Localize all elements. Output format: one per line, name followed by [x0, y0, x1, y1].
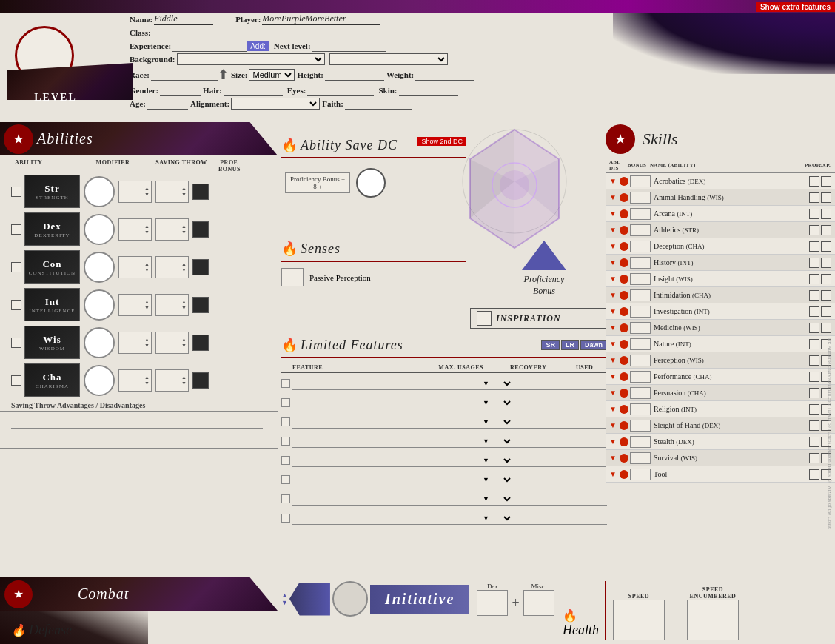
lf-recovery-8[interactable]: ▼ — [480, 511, 513, 525]
skill-prof-cb-11[interactable] — [809, 355, 819, 366]
skin-input[interactable] — [399, 84, 458, 96]
int-mod-box[interactable]: ▲▼ — [118, 294, 152, 316]
lf-feature-4[interactable] — [292, 435, 386, 448]
lf-cb-3[interactable] — [281, 417, 290, 426]
wis-checkbox[interactable] — [11, 338, 21, 348]
lf-used-5[interactable] — [513, 454, 607, 467]
lf-used-7[interactable] — [513, 492, 607, 506]
lf-cb-4[interactable] — [281, 437, 290, 446]
cha-input[interactable] — [84, 366, 114, 395]
weight-input[interactable] — [415, 69, 474, 81]
lf-used-2[interactable] — [513, 396, 607, 409]
lf-dawn-button[interactable]: Dawn — [580, 340, 607, 350]
str-checkbox[interactable] — [11, 187, 21, 197]
skill-bonus-17[interactable] — [630, 452, 651, 464]
str-circle[interactable] — [84, 176, 115, 207]
dex-input-box[interactable] — [477, 590, 508, 616]
lf-recovery-7[interactable]: ▼ — [480, 492, 513, 506]
con-prof-box[interactable] — [192, 259, 209, 275]
initiative-input[interactable] — [334, 583, 366, 615]
str-prof-box[interactable] — [192, 184, 209, 200]
skill-prof-cb-16[interactable] — [809, 437, 819, 447]
skill-bonus-18[interactable] — [630, 469, 651, 480]
lf-cb-7[interactable] — [281, 494, 290, 503]
con-mod-box[interactable]: ▲▼ — [118, 256, 152, 278]
skill-prof-cb-9[interactable] — [809, 323, 819, 333]
con-save-box[interactable]: ▲▼ — [155, 256, 189, 278]
skill-bonus-7[interactable] — [630, 289, 651, 301]
lf-feature-1[interactable] — [292, 377, 386, 390]
passive-perception-box[interactable] — [281, 268, 304, 286]
skill-bonus-15[interactable] — [630, 420, 651, 432]
skill-prof-cb-7[interactable] — [809, 290, 819, 301]
lf-max-4[interactable] — [386, 435, 480, 448]
cha-circle[interactable] — [84, 365, 115, 396]
lf-cb-8[interactable] — [281, 514, 290, 523]
wis-mod-box[interactable]: ▲▼ — [118, 332, 152, 354]
gender-input[interactable] — [160, 84, 201, 96]
lf-feature-6[interactable] — [292, 473, 386, 486]
saving-throws-input[interactable] — [11, 415, 263, 429]
lf-max-3[interactable] — [386, 415, 480, 429]
saving-throws-area[interactable] — [0, 412, 278, 449]
misc-input-box[interactable] — [523, 590, 554, 616]
skill-bonus-13[interactable] — [630, 387, 651, 399]
skill-bonus-12[interactable] — [630, 371, 651, 383]
lf-lr-button[interactable]: LR — [561, 340, 579, 350]
lf-recovery-2[interactable]: ▼ — [480, 396, 513, 409]
skill-bonus-8[interactable] — [630, 306, 651, 318]
cha-mod-box[interactable]: ▲▼ — [118, 369, 152, 392]
initiative-circle[interactable] — [332, 581, 368, 617]
lf-max-1[interactable] — [386, 377, 480, 390]
exp-add-button[interactable]: Add: — [247, 41, 269, 51]
skill-prof-cb-13[interactable] — [809, 388, 819, 398]
lf-cb-1[interactable] — [281, 379, 290, 388]
dc-circle[interactable] — [356, 168, 386, 198]
cha-prof-box[interactable] — [192, 372, 209, 389]
faith-input[interactable] — [345, 98, 412, 110]
con-input[interactable] — [84, 253, 114, 281]
skill-bonus-5[interactable] — [630, 257, 651, 269]
lf-used-1[interactable] — [513, 377, 607, 390]
str-mod-box[interactable]: ▲▼ — [118, 181, 152, 203]
background-select2[interactable] — [329, 53, 448, 65]
skill-bonus-6[interactable] — [630, 273, 651, 285]
lf-feature-5[interactable] — [292, 454, 386, 467]
lf-used-6[interactable] — [513, 473, 607, 486]
skill-prof-cb-12[interactable] — [809, 372, 819, 382]
height-input[interactable] — [325, 69, 384, 81]
class-input[interactable] — [152, 27, 404, 38]
lf-feature-2[interactable] — [292, 396, 386, 409]
lf-max-2[interactable] — [386, 396, 480, 409]
wis-input[interactable] — [84, 329, 114, 357]
lf-recovery-4[interactable]: ▼ — [480, 435, 513, 448]
lf-recovery-5[interactable]: ▼ — [480, 454, 513, 467]
int-circle[interactable] — [84, 289, 115, 321]
race-input[interactable] — [151, 69, 218, 81]
skill-bonus-10[interactable] — [630, 338, 651, 350]
lf-max-8[interactable] — [386, 511, 480, 525]
dex-input[interactable] — [84, 215, 114, 244]
lf-feature-8[interactable] — [292, 511, 386, 525]
skill-bonus-9[interactable] — [630, 322, 651, 334]
lf-recovery-6[interactable]: ▼ — [480, 473, 513, 486]
skill-prof-cb-5[interactable] — [809, 258, 819, 268]
str-input[interactable] — [84, 178, 114, 206]
exp-input[interactable] — [172, 40, 247, 52]
skill-prof-cb-14[interactable] — [809, 404, 819, 415]
skill-prof-cb-4[interactable] — [809, 241, 819, 252]
skill-prof-cb-1[interactable] — [809, 192, 819, 203]
skill-exp-cb-0[interactable] — [821, 176, 831, 187]
lf-cb-6[interactable] — [281, 475, 290, 484]
hair-input[interactable] — [224, 84, 283, 96]
skill-prof-cb-10[interactable] — [809, 339, 819, 349]
lf-recovery-3[interactable]: ▼ — [480, 415, 513, 429]
skill-exp-cb-1[interactable] — [821, 192, 831, 203]
lf-used-8[interactable] — [513, 511, 607, 525]
eyes-input[interactable] — [307, 84, 374, 96]
alignment-select[interactable] — [231, 98, 320, 110]
dex-prof-box[interactable] — [192, 221, 209, 238]
lf-max-6[interactable] — [386, 473, 480, 486]
skill-prof-cb-3[interactable] — [809, 225, 819, 235]
inspiration-checkbox[interactable] — [477, 311, 492, 326]
